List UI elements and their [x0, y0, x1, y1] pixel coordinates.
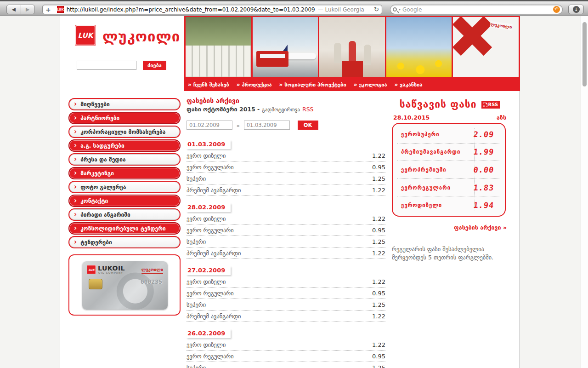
scrollbar-thumb[interactable] [582, 22, 587, 86]
price-row: პრემიუმ ავანგარდი1.22 [187, 310, 385, 322]
ok-button[interactable]: OK [298, 121, 318, 130]
site-search-input[interactable] [77, 61, 136, 70]
sidebar-item-label: კონტაქტი [80, 198, 108, 204]
sidebar-item[interactable]: ›პარტნიორები [68, 112, 181, 124]
card-logo-icon: LUK [87, 265, 96, 274]
fuel-price: 0.95 [372, 227, 385, 234]
sidebar-item[interactable]: ›ა.გ. სადგურები [68, 139, 181, 152]
reload-icon[interactable]: ↻ [374, 6, 379, 13]
page-title-text: — Lukoil Georgia [318, 6, 364, 13]
double-chevron-icon: » [237, 81, 240, 88]
url-field[interactable]: + LUK http://lukoil.ge/index.php?m=price… [42, 5, 382, 14]
fuel-truck [256, 51, 288, 67]
fuel-name: სუპერი [187, 238, 206, 245]
fuel-price: 1.22 [372, 313, 385, 320]
lukoil-logo-icon[interactable]: LUK [75, 25, 96, 46]
sidebar-item-label: ფოტო გალერეა [80, 184, 126, 190]
price-row: პრემიუმ ავანგარდი1.22 [187, 184, 385, 196]
back-forward-control: ◀ ▶ [6, 5, 35, 14]
nav-item-label: ეკოლოგია [359, 82, 387, 88]
date-from-input[interactable] [187, 121, 232, 130]
nav-item[interactable]: »ეკოლოგია [354, 81, 387, 88]
card-brand: LUKOIL [98, 264, 125, 272]
fuel-price: 1.22 [372, 152, 385, 159]
nav-item[interactable]: »პროდუქცია [237, 81, 272, 88]
nav-item-label: ჩვენს შესახებ [193, 82, 229, 88]
fuel-row: ევროპრემიუმი0.00 [397, 161, 500, 179]
site-logo-text[interactable]: ლუკოილი [102, 28, 180, 45]
forward-button[interactable]: ▶ [21, 5, 35, 14]
chevron-right-icon: › [74, 101, 77, 108]
snapback-icon[interactable]: ↶ [553, 6, 560, 13]
rss-link[interactable]: RSS [302, 106, 314, 113]
price-row: ევრო რეგულარი0.95 [187, 161, 385, 173]
search-field[interactable]: ▾ Google ↶ [390, 5, 563, 14]
fuel-name: პრემიუმ ავანგარდი [187, 313, 241, 320]
download-link[interactable]: გადმოტვირთვა [262, 107, 300, 113]
chevron-down-icon[interactable]: ▾ [399, 7, 401, 12]
browser-toolbar: ◀ ▶ + LUK http://lukoil.ge/index.php?m=p… [0, 0, 588, 16]
sidebar-item-label: მარკეტინგი [80, 170, 114, 177]
fuel-price: 0.95 [372, 290, 385, 297]
sidebar-item[interactable]: ›პრესა და მედია [68, 153, 181, 166]
search-icon [393, 7, 397, 12]
fuel-price: 1.25 [372, 364, 385, 368]
fuel-price-sidebar: საწვავის ფასი RSS 28.10.2015 აზს ევროსუპ… [392, 99, 508, 261]
chevron-right-icon: › [74, 115, 77, 121]
downloads-button[interactable]: ↓ [568, 5, 584, 14]
card-number: 000235 [141, 278, 162, 285]
chevron-right-icon: › [74, 184, 77, 190]
sidebar-item[interactable]: ›პირადი ანგარიში [68, 208, 181, 221]
person [349, 41, 356, 61]
fuel-price: 1.22 [372, 250, 385, 257]
sidebar-item[interactable]: ›კონტაქტი [68, 195, 181, 207]
nav-item-label: ვაკანსია [400, 82, 422, 88]
page-title: ფასების არქივი [187, 97, 385, 104]
site-search-button[interactable]: ძიება [143, 61, 166, 70]
date-to-input[interactable] [244, 121, 290, 130]
date-range-form: - OK [187, 121, 385, 130]
price-row: პრემიუმ ავანგარდი1.22 [187, 247, 385, 259]
scrollbar[interactable] [581, 16, 588, 368]
sidebar-item[interactable]: ›კორპორაციული მომსახურება [68, 126, 181, 138]
fuel-name: პრემიუმ ავანგარდი [187, 250, 241, 257]
fuel-price-display: 1.94 [467, 201, 501, 210]
fuel-card-promo[interactable]: LUK LUKOIL OIL COMPANY ლუკოილი 000235 [68, 254, 181, 316]
archive-subtitle: ფასი ოქტომბერი 2015 - [187, 106, 260, 113]
chevron-right-icon: › [74, 239, 77, 246]
url-text[interactable]: http://lukoil.ge/index.php?m=price_archi… [67, 6, 315, 13]
date-tab: 28.02.2009 [187, 203, 231, 212]
fuel-name: ევრო რეგულარი [187, 164, 234, 171]
fuel-name: ევრო დიზელი [187, 152, 226, 159]
price-archive-main: ფასების არქივი ფასი ოქტომბერი 2015 - გად… [187, 97, 385, 368]
sidebar-item[interactable]: ›მიღწევები [68, 98, 181, 110]
nav-item[interactable]: »სოციალური პროექტები [279, 81, 346, 88]
rss-badge[interactable]: RSS [481, 101, 500, 109]
back-button[interactable]: ◀ [7, 5, 21, 14]
fuel-name: სუპერი [187, 175, 206, 182]
nav-item[interactable]: »ჩვენს შესახებ [188, 81, 229, 88]
rss-badge-label: RSS [488, 102, 498, 107]
sidebar-item[interactable]: ›ფოტო გალერეა [68, 181, 181, 193]
sidebar-item[interactable]: ›ტენდერები [68, 236, 181, 248]
fuel-price-panel: ევროსუპერი2.09პრემიუმავანგარდი1.99ევროპრ… [392, 123, 506, 217]
price-row: ევრო რეგულარი0.95 [187, 351, 385, 362]
archive-sections: 01.03.2009ევრო დიზელი1.22ევრო რეგულარი0.… [187, 139, 385, 368]
price-rows: ევრო დიზელი1.22ევრო რეგულარი0.95სუპერი1.… [187, 150, 385, 196]
price-rows: ევრო დიზელი1.22ევრო რეგულარი0.95სუპერი1.… [187, 213, 385, 259]
sidebar-item-label: ა.გ. სადგურები [80, 143, 124, 149]
sidebar-item[interactable]: ›კონსოლიდირებული ტენდერი [68, 222, 181, 235]
card-chip [89, 279, 102, 289]
photo-oil-tanks [186, 17, 251, 77]
new-tab-button[interactable]: + [45, 6, 51, 13]
regular-price-note: რეგულარის ფასი შესაძლებელია მერყეობდეს 5… [392, 245, 505, 261]
date-tab: 26.02.2009 [187, 329, 231, 338]
photo-yellow-flowers [386, 17, 452, 77]
nav-item[interactable]: »ვაკანსია [395, 81, 423, 88]
sidebar-item[interactable]: ›მარკეტინგი [68, 167, 181, 179]
price-row: ევრო დიზელი1.22 [187, 150, 385, 161]
chevron-right-icon: › [74, 225, 77, 232]
fuel-price: 1.25 [372, 301, 385, 308]
price-archive-link[interactable]: ფასების არქივი » [392, 224, 508, 231]
sidebar-item-label: ტენდერები [80, 239, 112, 246]
